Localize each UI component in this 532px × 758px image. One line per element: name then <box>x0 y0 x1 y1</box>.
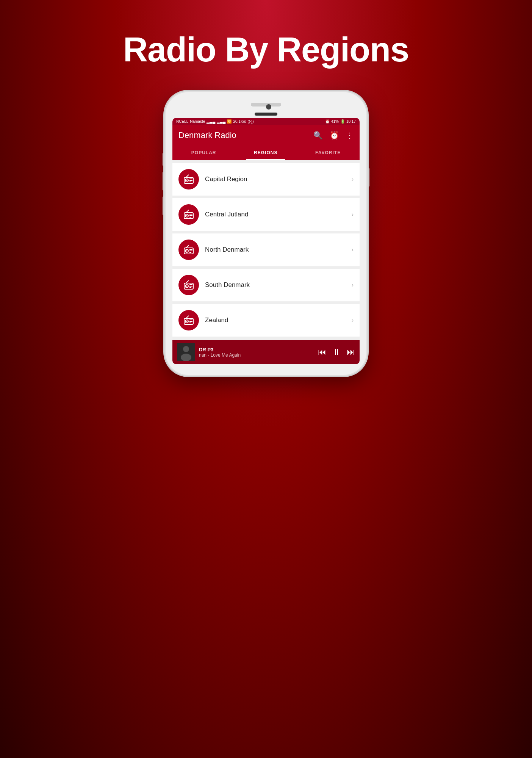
camera <box>266 104 271 110</box>
app-title: Denmark Radio <box>178 130 236 140</box>
now-playing-bar: DR P3 nan - Love Me Again ⏮ ⏸ ⏭ <box>172 340 360 364</box>
svg-line-28 <box>186 316 189 318</box>
phone-shell: NCELL Namaste ▂▃▄ ▂▃▄ 🛜 20.1K/s ((·)) ⏰ … <box>166 92 366 375</box>
now-playing-thumbnail <box>177 343 195 361</box>
region-icon-zealand <box>178 310 199 330</box>
chevron-icon-capital: › <box>352 176 354 183</box>
earpiece <box>255 113 277 116</box>
pause-button[interactable]: ⏸ <box>332 347 341 357</box>
chevron-icon-zealand: › <box>352 317 354 324</box>
signal-bars: ▂▃▄ <box>207 119 215 124</box>
signal-bars-2: ▂▃▄ <box>217 119 225 124</box>
region-name-capital: Capital Region <box>205 175 352 183</box>
alarm-icon[interactable]: ⏰ <box>330 131 339 140</box>
svg-line-21 <box>186 280 189 283</box>
svg-point-10 <box>186 215 188 216</box>
carrier-sub: Namaste <box>190 119 205 124</box>
chevron-icon-central-jutland: › <box>352 211 354 218</box>
volume-down-button <box>163 196 164 215</box>
wifi-icon: 🛜 <box>227 119 232 124</box>
volume-up-button <box>163 172 164 191</box>
speed-indicator: 20.1K/s <box>233 119 246 124</box>
page-title: Radio By Regions <box>123 30 409 69</box>
cast-icon: ((·)) <box>247 119 253 124</box>
region-icon-north-denmark <box>178 240 199 260</box>
region-name-north-denmark: North Denmark <box>205 246 352 254</box>
chevron-icon-south-denmark: › <box>352 282 354 288</box>
power-button <box>368 168 369 187</box>
phone-top <box>172 103 360 116</box>
forward-button[interactable]: ⏭ <box>347 347 355 357</box>
header-icons: 🔍 ⏰ ⋮ <box>313 131 354 140</box>
battery-percent: 41% <box>331 119 339 124</box>
status-bar: NCELL Namaste ▂▃▄ ▂▃▄ 🛜 20.1K/s ((·)) ⏰ … <box>172 118 360 125</box>
alarm-status-icon: ⏰ <box>325 119 330 124</box>
svg-point-3 <box>186 180 188 181</box>
region-item-north-denmark[interactable]: North Denmark › <box>172 233 360 266</box>
time-display: 10:17 <box>346 119 356 124</box>
more-options-icon[interactable]: ⋮ <box>346 131 354 140</box>
svg-line-0 <box>186 175 189 177</box>
search-icon[interactable]: 🔍 <box>313 131 323 140</box>
region-list: Capital Region › Central Jutland <box>172 160 360 340</box>
phone-screen: NCELL Namaste ▂▃▄ ▂▃▄ 🛜 20.1K/s ((·)) ⏰ … <box>172 118 360 364</box>
svg-point-31 <box>186 321 188 322</box>
status-left: NCELL Namaste ▂▃▄ ▂▃▄ 🛜 20.1K/s ((·)) <box>176 119 253 124</box>
song-title: nan - Love Me Again <box>199 352 318 358</box>
region-name-south-denmark: South Denmark <box>205 281 352 289</box>
region-item-central-jutland[interactable]: Central Jutland › <box>172 198 360 231</box>
region-name-zealand: Zealand <box>205 316 352 324</box>
region-icon-central-jutland <box>178 204 199 225</box>
carrier-name: NCELL <box>176 119 188 124</box>
now-playing-info: DR P3 nan - Love Me Again <box>199 347 318 358</box>
region-item-south-denmark[interactable]: South Denmark › <box>172 269 360 302</box>
svg-point-37 <box>181 354 191 361</box>
player-controls: ⏮ ⏸ ⏭ <box>318 347 355 357</box>
chevron-icon-north-denmark: › <box>352 246 354 253</box>
station-name: DR P3 <box>199 347 318 352</box>
region-item-zealand[interactable]: Zealand › <box>172 304 360 337</box>
region-item-capital[interactable]: Capital Region › <box>172 163 360 196</box>
mute-button <box>163 153 164 166</box>
tab-regions[interactable]: REGIONS <box>246 146 285 160</box>
region-icon-capital <box>178 169 199 190</box>
tabs-bar: POPULAR REGIONS FAVORITE <box>172 146 360 160</box>
region-name-central-jutland: Central Jutland <box>205 211 352 218</box>
status-right: ⏰ 41% 🔋 10:17 <box>325 119 356 124</box>
tab-popular[interactable]: POPULAR <box>184 146 224 160</box>
svg-point-24 <box>186 286 188 287</box>
app-header: Denmark Radio 🔍 ⏰ ⋮ <box>172 125 360 146</box>
svg-line-7 <box>186 210 189 213</box>
svg-point-36 <box>183 346 189 352</box>
rewind-button[interactable]: ⏮ <box>318 347 326 357</box>
tab-favorite[interactable]: FAVORITE <box>308 146 348 160</box>
svg-line-14 <box>186 245 189 248</box>
region-icon-south-denmark <box>178 275 199 295</box>
svg-point-17 <box>186 251 188 252</box>
battery-icon: 🔋 <box>340 119 345 124</box>
